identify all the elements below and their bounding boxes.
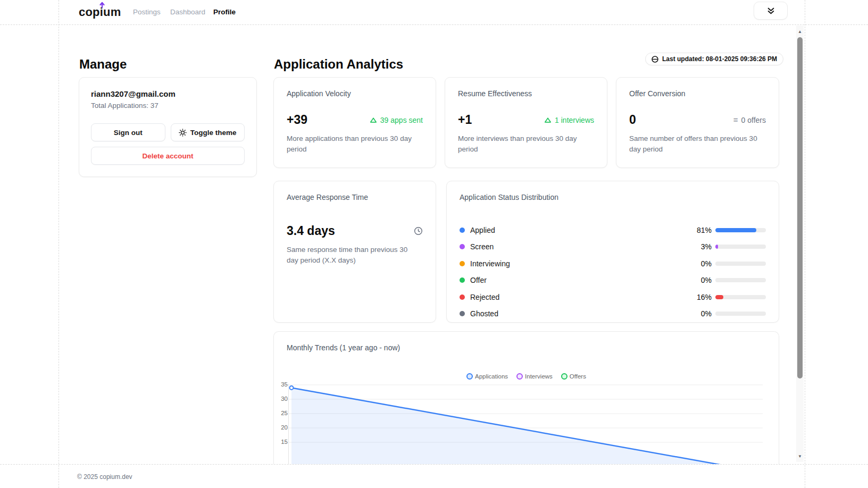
- logo-arrow-up-icon: [99, 2, 105, 8]
- status-row-applied: Applied 81%: [460, 222, 766, 239]
- last-updated-text: Last updated: 08-01-2025 09:36:26 PM: [662, 55, 777, 63]
- nav-item-postings[interactable]: Postings: [133, 0, 161, 24]
- manage-card: riann3207@gmail.com Total Applications: …: [79, 77, 257, 177]
- avg-response-time-card: Average Response Time 3.4 days Same resp…: [273, 181, 436, 323]
- status-list: Applied 81% Screen 3% Interviewing 0%: [460, 222, 766, 322]
- sign-out-button[interactable]: Sign out: [91, 123, 165, 141]
- velocity-desc: More applications than previous 30 day p…: [287, 133, 417, 154]
- resume-desc: More interviews than previous 30 day per…: [458, 133, 588, 154]
- y-axis-tick-label: 35: [274, 381, 288, 388]
- status-bar: [715, 245, 766, 249]
- navbar: copium Postings Dashboard Profile: [0, 0, 868, 24]
- velocity-value: +39: [287, 113, 307, 127]
- logo-text-pre: cop: [79, 5, 100, 19]
- status-bar: [715, 312, 766, 316]
- card-title: Average Response Time: [287, 193, 423, 201]
- status-bar: [715, 262, 766, 266]
- status-dot: [460, 261, 465, 266]
- monthly-trends-card: Monthly Trends (1 year ago - now) Applic…: [273, 331, 779, 464]
- status-row-ghosted: Ghosted 0%: [460, 306, 766, 323]
- scrollbar-up-arrow[interactable]: ▲: [796, 28, 804, 35]
- manage-heading: Manage: [79, 57, 127, 72]
- trend-up-icon: [544, 116, 552, 124]
- resume-trend-text: 1 interviews: [555, 116, 594, 124]
- vertical-scrollbar[interactable]: ▲ ▼: [796, 26, 804, 462]
- scrollbar-down-arrow[interactable]: ▼: [796, 452, 804, 460]
- right-dashed-border: [805, 0, 805, 488]
- line-chart: [288, 381, 763, 464]
- card-title: Offer Conversion: [629, 89, 766, 98]
- total-applications: Total Applications: 37: [91, 102, 245, 110]
- offer-value: 0: [629, 113, 636, 127]
- status-dot: [460, 311, 465, 316]
- status-dot: [460, 277, 465, 283]
- account-email: riann3207@gmail.com: [91, 89, 245, 98]
- status-row-screen: Screen 3%: [460, 239, 766, 256]
- status-dot: [460, 244, 465, 249]
- legend-item-offers[interactable]: Offers: [561, 373, 586, 380]
- legend-circle-offers: [561, 373, 567, 380]
- status-distribution-card: Application Status Distribution Applied …: [446, 181, 779, 323]
- logo-text-post: um: [103, 5, 121, 19]
- legend-item-interviews[interactable]: Interviews: [516, 373, 553, 380]
- velocity-trend-text: 39 apps sent: [380, 116, 423, 124]
- nav-item-dashboard[interactable]: Dashboard: [170, 0, 205, 24]
- y-axis-tick-label: 20: [274, 424, 288, 431]
- left-dashed-border: [59, 0, 59, 488]
- analytics-heading: Application Analytics: [274, 57, 403, 72]
- toggle-theme-button[interactable]: Toggle theme: [171, 123, 245, 141]
- card-title: Application Velocity: [287, 89, 423, 98]
- footer-divider: [0, 464, 868, 465]
- equals-icon: =: [733, 115, 738, 124]
- double-chevron-down-icon: [766, 6, 775, 15]
- card-title: Monthly Trends (1 year ago - now): [287, 343, 766, 352]
- delete-account-button[interactable]: Delete account: [91, 147, 245, 165]
- scrollbar-thumb[interactable]: [797, 37, 803, 378]
- legend-circle-applications: [466, 373, 473, 380]
- main-content: Manage riann3207@gmail.com Total Applica…: [0, 24, 868, 464]
- status-row-offer: Offer 0%: [460, 272, 766, 289]
- clock-icon: [414, 226, 423, 235]
- y-axis-tick-label: 25: [274, 410, 288, 416]
- card-title: Resume Effectiveness: [458, 89, 594, 98]
- offer-conversion-card: Offer Conversion 0 = 0 offers Same numbe…: [616, 77, 779, 168]
- legend-item-applications[interactable]: Applications: [466, 373, 508, 380]
- logo-copium[interactable]: copium: [79, 0, 121, 24]
- status-bar: [715, 228, 766, 232]
- status-row-interviewing: Interviewing 0%: [460, 255, 766, 272]
- response-desc: Same response time than previous 30 day …: [287, 245, 417, 265]
- legend-circle-interviews: [516, 373, 523, 380]
- trend-up-icon: [370, 116, 377, 124]
- resume-value: +1: [458, 113, 472, 127]
- status-dot: [460, 228, 465, 233]
- sun-icon: [179, 129, 187, 137]
- expand-menu-button[interactable]: [754, 2, 788, 20]
- resume-effectiveness-card: Resume Effectiveness +1 1 interviews Mor…: [445, 77, 607, 168]
- application-velocity-card: Application Velocity +39 39 apps sent Mo…: [273, 77, 436, 168]
- response-value: 3.4 days: [287, 224, 335, 238]
- nav-item-profile[interactable]: Profile: [213, 0, 236, 24]
- y-axis-tick-label: 15: [274, 439, 288, 445]
- offer-trend-text: 0 offers: [741, 116, 766, 124]
- minus-circle-icon: [652, 56, 658, 63]
- status-dot: [460, 295, 465, 300]
- page: copium Postings Dashboard Profile Manage…: [0, 0, 868, 488]
- last-updated-badge: Last updated: 08-01-2025 09:36:26 PM: [645, 53, 783, 65]
- y-axis-tick-label: 30: [274, 396, 288, 402]
- footer-copyright: © 2025 copium.dev: [77, 473, 132, 481]
- card-title: Application Status Distribution: [460, 193, 766, 201]
- status-row-rejected: Rejected 16%: [460, 289, 766, 306]
- chart-legend: Applications Interviews Offers: [274, 373, 779, 380]
- offer-desc: Same number of offers than previous 30 d…: [629, 133, 760, 154]
- status-bar: [715, 278, 766, 282]
- navbar-divider: [0, 24, 868, 25]
- status-bar: [715, 295, 766, 299]
